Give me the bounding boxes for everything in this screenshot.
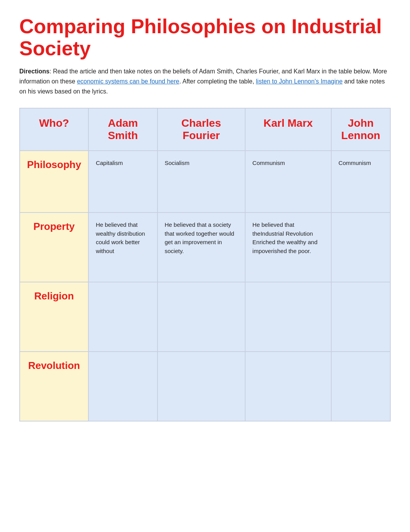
label-property: Property xyxy=(20,212,88,282)
cell-religion-charles-fourier xyxy=(158,282,245,352)
directions-label: Directions xyxy=(19,68,49,75)
header-adam-smith: Adam Smith xyxy=(88,108,157,151)
table-row-revolution: Revolution xyxy=(20,352,390,421)
cell-philosophy-john-lennon: Communism xyxy=(331,151,390,212)
table-row-property: Property He believed that wealthy distri… xyxy=(20,212,390,282)
cell-revolution-adam-smith xyxy=(88,352,157,421)
john-lennon-link[interactable]: listen to John Lennon's Imagine xyxy=(256,78,343,85)
label-philosophy: Philosophy xyxy=(20,151,88,212)
cell-philosophy-adam-smith: Capitalism xyxy=(88,151,157,212)
header-karl-marx: Karl Marx xyxy=(245,108,331,151)
cell-philosophy-karl-marx: Communism xyxy=(245,151,331,212)
cell-religion-adam-smith xyxy=(88,282,157,352)
header-john-lennon: John Lennon xyxy=(331,108,390,151)
table-row-philosophy: Philosophy Capitalism Socialism Communis… xyxy=(20,151,390,212)
page-title: Comparing Philosophies on Industrial Soc… xyxy=(19,15,391,59)
cell-religion-karl-marx xyxy=(245,282,331,352)
label-religion: Religion xyxy=(20,282,88,352)
directions-text2: . After completing the table, xyxy=(179,78,256,85)
cell-revolution-charles-fourier xyxy=(158,352,245,421)
cell-revolution-karl-marx xyxy=(245,352,331,421)
economic-systems-link[interactable]: economic systems can be found here xyxy=(77,78,179,85)
cell-philosophy-charles-fourier: Socialism xyxy=(158,151,245,212)
label-revolution: Revolution xyxy=(20,352,88,421)
cell-property-john-lennon xyxy=(331,212,390,282)
directions-text: Directions: Read the article and then ta… xyxy=(19,66,391,96)
comparison-table: Who? Adam Smith Charles Fourier Karl Mar… xyxy=(19,108,391,422)
cell-property-adam-smith: He believed that wealthy distribution co… xyxy=(88,212,157,282)
header-charles-fourier: Charles Fourier xyxy=(158,108,245,151)
cell-property-karl-marx: He believed that theIndustrial Revolutio… xyxy=(245,212,331,282)
cell-religion-john-lennon xyxy=(331,282,390,352)
cell-property-charles-fourier: He believed that a society that worked t… xyxy=(158,212,245,282)
cell-revolution-john-lennon xyxy=(331,352,390,421)
table-row-religion: Religion xyxy=(20,282,390,352)
header-who: Who? xyxy=(20,108,88,151)
table-header-row: Who? Adam Smith Charles Fourier Karl Mar… xyxy=(20,108,390,151)
